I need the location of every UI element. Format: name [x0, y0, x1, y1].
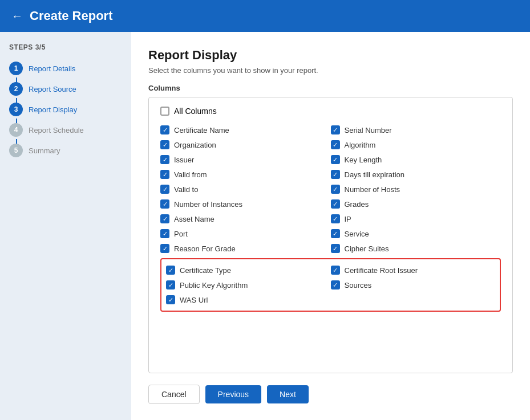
- column-checkbox[interactable]: ✓: [331, 199, 340, 209]
- highlighted-column-item[interactable]: ✓Public Key Algorithm: [166, 278, 331, 292]
- columns-box: All Columns ✓Certificate Name✓Serial Num…: [148, 97, 513, 373]
- column-label: Number of Hosts: [345, 185, 400, 194]
- column-checkbox[interactable]: ✓: [331, 125, 340, 134]
- step-label: Report Schedule: [29, 126, 84, 134]
- app-header: ← Create Report: [0, 0, 530, 32]
- column-checkbox[interactable]: ✓: [160, 140, 169, 149]
- column-checkbox[interactable]: ✓: [160, 214, 169, 223]
- sidebar: STEPS 3/5 1Report Details2Report Source3…: [0, 32, 131, 420]
- column-item[interactable]: ✓Valid to: [160, 182, 331, 197]
- highlighted-column-label: Certificate Root Issuer: [345, 266, 418, 275]
- highlighted-column-checkbox[interactable]: ✓: [331, 280, 340, 289]
- step-item-summary[interactable]: 5Summary: [9, 144, 122, 157]
- column-checkbox[interactable]: ✓: [160, 229, 169, 238]
- column-checkbox[interactable]: ✓: [160, 199, 169, 209]
- highlighted-section: ✓Certificate Type✓Certificate Root Issue…: [160, 258, 501, 312]
- step-label: Summary: [29, 146, 60, 155]
- highlighted-column-checkbox[interactable]: ✓: [166, 266, 175, 275]
- column-checkbox[interactable]: ✓: [331, 140, 340, 149]
- highlighted-column-item[interactable]: ✓Certificate Root Issuer: [331, 263, 496, 278]
- column-item[interactable]: ✓Asset Name: [160, 211, 331, 226]
- previous-button[interactable]: Previous: [205, 385, 261, 403]
- column-checkbox[interactable]: ✓: [331, 155, 340, 164]
- column-item[interactable]: ✓Number of Hosts: [331, 182, 501, 197]
- highlighted-column-label: WAS Url: [180, 296, 208, 304]
- back-button[interactable]: ←: [11, 10, 23, 23]
- step-item-report-display[interactable]: 3Report Display: [9, 103, 122, 116]
- back-icon: ←: [11, 10, 23, 23]
- column-checkbox[interactable]: ✓: [331, 170, 340, 179]
- column-label: Algorithm: [345, 141, 376, 149]
- column-label: Asset Name: [174, 215, 215, 223]
- all-columns-row: All Columns: [160, 107, 501, 116]
- step-circle: 3: [9, 103, 23, 116]
- column-label: Issuer: [174, 156, 194, 164]
- column-label: Cipher Suites: [345, 244, 389, 253]
- highlighted-column-checkbox[interactable]: ✓: [331, 266, 340, 275]
- highlighted-column-checkbox[interactable]: ✓: [166, 295, 175, 304]
- column-label: Organization: [174, 141, 216, 149]
- column-item[interactable]: ✓Service: [331, 226, 501, 241]
- highlighted-column-item[interactable]: ✓Sources: [331, 278, 496, 292]
- column-checkbox[interactable]: ✓: [160, 125, 169, 134]
- column-item[interactable]: ✓Grades: [331, 197, 501, 211]
- highlighted-column-checkbox[interactable]: ✓: [166, 280, 175, 289]
- columns-label: Columns: [148, 84, 513, 92]
- step-circle: 5: [9, 144, 23, 157]
- column-checkbox[interactable]: ✓: [160, 155, 169, 164]
- column-label: IP: [345, 215, 351, 223]
- step-item-report-schedule[interactable]: 4Report Schedule: [9, 123, 122, 137]
- column-label: Port: [174, 230, 188, 238]
- columns-grid: ✓Certificate Name✓Serial Number✓Organiza…: [160, 123, 501, 256]
- column-item[interactable]: ✓IP: [331, 211, 501, 226]
- step-label: Report Source: [29, 85, 76, 93]
- footer: Cancel Previous Next: [148, 373, 513, 404]
- column-label: Valid to: [174, 185, 198, 194]
- highlighted-column-item[interactable]: ✓Certificate Type: [166, 263, 331, 278]
- step-circle: 2: [9, 82, 23, 96]
- column-item[interactable]: ✓Serial Number: [331, 123, 501, 137]
- column-item[interactable]: ✓Issuer: [160, 152, 331, 167]
- column-item[interactable]: ✓Cipher Suites: [331, 241, 501, 256]
- column-item[interactable]: ✓Key Length: [331, 152, 501, 167]
- column-item[interactable]: ✓Port: [160, 226, 331, 241]
- column-checkbox[interactable]: ✓: [160, 170, 169, 179]
- column-item[interactable]: ✓Valid from: [160, 167, 331, 182]
- column-item[interactable]: ✓Organization: [160, 137, 331, 152]
- column-checkbox[interactable]: ✓: [331, 214, 340, 223]
- column-checkbox[interactable]: ✓: [331, 229, 340, 238]
- step-circle: 4: [9, 123, 23, 137]
- column-item[interactable]: ✓Certificate Name: [160, 123, 331, 137]
- highlighted-column-item[interactable]: ✓WAS Url: [166, 292, 331, 307]
- highlighted-column-label: Certificate Type: [180, 266, 231, 275]
- highlight-grid: ✓Certificate Type✓Certificate Root Issue…: [166, 263, 495, 307]
- column-item[interactable]: ✓Algorithm: [331, 137, 501, 152]
- column-item[interactable]: ✓Days till expiration: [331, 167, 501, 182]
- column-item[interactable]: ✓Number of Instances: [160, 197, 331, 211]
- column-label: Reason For Grade: [174, 244, 236, 253]
- column-label: Serial Number: [345, 126, 392, 134]
- column-label: Key Length: [345, 156, 382, 164]
- column-label: Valid from: [174, 170, 207, 179]
- column-checkbox[interactable]: ✓: [331, 185, 340, 194]
- highlighted-column-item: [331, 292, 496, 307]
- step-item-report-source[interactable]: 2Report Source: [9, 82, 122, 96]
- column-label: Certificate Name: [174, 126, 229, 134]
- page-subtitle: Select the columns you want to show in y…: [148, 66, 513, 75]
- cancel-button[interactable]: Cancel: [148, 385, 200, 404]
- column-label: Service: [345, 230, 369, 238]
- column-checkbox[interactable]: ✓: [160, 185, 169, 194]
- column-checkbox[interactable]: ✓: [331, 244, 340, 253]
- next-button[interactable]: Next: [267, 385, 309, 403]
- all-columns-label: All Columns: [174, 107, 217, 116]
- main-content: Report Display Select the columns you wa…: [131, 32, 530, 420]
- step-item-report-details[interactable]: 1Report Details: [9, 62, 122, 75]
- step-circle: 1: [9, 62, 23, 75]
- column-label: Grades: [345, 200, 369, 209]
- steps-list: 1Report Details2Report Source3Report Dis…: [9, 62, 122, 157]
- steps-label: STEPS 3/5: [9, 43, 122, 51]
- highlighted-column-label: Sources: [345, 281, 372, 289]
- all-columns-checkbox[interactable]: [160, 107, 169, 116]
- column-item[interactable]: ✓Reason For Grade: [160, 241, 331, 256]
- column-checkbox[interactable]: ✓: [160, 244, 169, 253]
